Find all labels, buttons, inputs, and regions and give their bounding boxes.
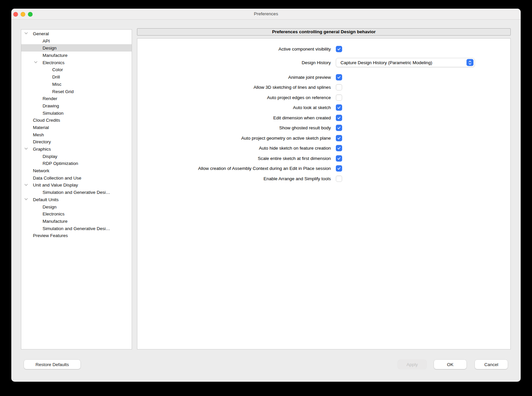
titlebar: Preferences [11, 9, 521, 20]
setting-row: Animate joint preview [137, 72, 510, 82]
sidebar-item-electronics[interactable]: Electronics [21, 59, 132, 66]
setting-row: Scale entire sketch at first dimension [137, 153, 510, 164]
settings-panel: Active component visibilityDesign Histor… [137, 38, 511, 349]
setting-label: Auto look at sketch [137, 105, 331, 110]
sidebar-item-label: Misc [52, 81, 62, 86]
sidebar-item-unit-and-value-display[interactable]: Unit and Value Display [21, 181, 132, 189]
chevron-down-icon[interactable] [24, 181, 28, 189]
sidebar-item-label: Graphics [33, 147, 51, 152]
checkbox-show-ghosted-result-body[interactable] [336, 125, 342, 131]
chevron-down-icon[interactable] [24, 30, 28, 37]
sidebar-item-design[interactable]: Design [21, 44, 132, 52]
restore-defaults-button[interactable]: Restore Defaults [24, 360, 80, 369]
sidebar-item-mesh[interactable]: Mesh [21, 131, 132, 138]
checkbox-active-component-visibility[interactable] [336, 46, 342, 52]
sidebar-item-label: Material [33, 125, 49, 130]
zoom-button[interactable] [28, 12, 33, 17]
setting-row: Auto hide sketch on feature creation [137, 143, 510, 153]
sidebar-item-rdp-optimization[interactable]: RDP Optimization [21, 160, 132, 167]
setting-label: Allow 3D sketching of lines and splines [137, 85, 331, 90]
sidebar-item-directory[interactable]: Directory [21, 138, 132, 145]
checkbox-allow-creation-of-assembly-context-during-an-edit-in-place-session[interactable] [336, 165, 342, 172]
checkbox-scale-entire-sketch-at-first-dimension[interactable] [336, 155, 342, 162]
sidebar-item-label: Default Units [33, 197, 59, 202]
setting-label: Show ghosted result body [137, 125, 331, 130]
sidebar-item-label: Drill [52, 74, 60, 79]
sidebar-item-design[interactable]: Design [21, 203, 132, 210]
checkmark-icon [337, 146, 341, 150]
sidebar-item-drawing[interactable]: Drawing [21, 102, 132, 109]
sidebar-item-simulation-and-generative-desi[interactable]: Simulation and Generative Desi… [21, 225, 132, 232]
sidebar-item-color[interactable]: Color [21, 66, 132, 73]
chevron-down-icon[interactable] [24, 145, 28, 153]
sidebar-item-drill[interactable]: Drill [21, 73, 132, 80]
sidebar-item-label: Simulation and Generative Desi… [43, 226, 110, 231]
sidebar-item-general[interactable]: General [21, 30, 132, 37]
sidebar-item-graphics[interactable]: Graphics [21, 145, 132, 153]
sidebar-item-data-collection-and-use[interactable]: Data Collection and Use [21, 174, 132, 182]
checkbox-auto-project-edges-on-reference[interactable] [336, 94, 342, 101]
sidebar-item-label: General [33, 31, 49, 36]
sidebar-item-manufacture[interactable]: Manufacture [21, 52, 132, 59]
checkbox-allow-3d-sketching-of-lines-and-splines[interactable] [336, 84, 342, 90]
checkmark-icon [337, 47, 341, 51]
setting-label: Animate joint preview [137, 75, 331, 80]
sidebar-item-label: Design [43, 46, 57, 51]
sidebar-item-label: Network [33, 168, 50, 173]
sidebar-item-label: Render [43, 96, 57, 101]
ok-button[interactable]: OK [434, 360, 466, 369]
minimize-button[interactable] [21, 12, 25, 17]
setting-label: Scale entire sketch at first dimension [137, 156, 331, 161]
sidebar-item-label: Reset Grid [52, 89, 74, 94]
checkbox-enable-arrange-and-simplify-tools[interactable] [336, 176, 342, 182]
sidebar-item-display[interactable]: Display [21, 153, 132, 160]
sidebar-item-api[interactable]: API [21, 37, 132, 45]
checkbox-auto-project-geometry-on-active-sketch-plane[interactable] [336, 135, 342, 141]
apply-button[interactable]: Apply [398, 360, 427, 369]
sidebar-item-label: API [43, 38, 50, 43]
checkbox-auto-look-at-sketch[interactable] [336, 104, 342, 111]
checkbox-edit-dimension-when-created[interactable] [336, 115, 342, 121]
sidebar-item-render[interactable]: Render [21, 95, 132, 102]
sidebar-item-reset-grid[interactable]: Reset Grid [21, 88, 132, 95]
setting-row: Auto project edges on reference [137, 92, 510, 103]
sidebar-item-label: Electronics [43, 60, 65, 65]
sidebar-item-manufacture[interactable]: Manufacture [21, 217, 132, 225]
sidebar-item-label: Cloud Credits [33, 118, 60, 123]
close-button[interactable] [13, 12, 18, 17]
sidebar-item-label: Data Collection and Use [33, 175, 81, 180]
checkmark-icon [337, 105, 341, 110]
sidebar-item-preview-features[interactable]: Preview Features [21, 232, 132, 239]
setting-label: Auto hide sketch on feature creation [137, 146, 331, 151]
checkmark-icon [337, 116, 341, 120]
checkbox-auto-hide-sketch-on-feature-creation[interactable] [336, 145, 342, 151]
setting-label: Auto project geometry on active sketch p… [137, 136, 331, 141]
sidebar-item-material[interactable]: Material [21, 124, 132, 131]
sidebar-item-label: Simulation [43, 110, 64, 115]
sidebar-item-default-units[interactable]: Default Units [21, 196, 132, 203]
sidebar-item-simulation[interactable]: Simulation [21, 109, 132, 117]
setting-row: Active component visibility [137, 44, 510, 54]
design-history-select[interactable]: Capture Design History (Parametric Model… [336, 58, 475, 67]
sidebar-item-label: Mesh [33, 132, 44, 137]
sidebar-item-label: Unit and Value Display [33, 183, 78, 188]
cancel-button[interactable]: Cancel [475, 360, 508, 369]
checkmark-icon [337, 75, 341, 79]
checkmark-icon [337, 166, 341, 171]
checkbox-animate-joint-preview[interactable] [336, 74, 342, 80]
sidebar-item-network[interactable]: Network [21, 167, 132, 174]
sidebar-item-label: Preview Features [33, 233, 68, 238]
sidebar-item-electronics[interactable]: Electronics [21, 210, 132, 217]
traffic-lights [13, 12, 33, 17]
panel-header: Preferences controlling general Design b… [137, 28, 511, 36]
sidebar-item-simulation-and-generative-desi[interactable]: Simulation and Generative Desi… [21, 189, 132, 196]
setting-row: Auto project geometry on active sketch p… [137, 133, 510, 143]
chevron-down-icon[interactable] [24, 196, 28, 203]
sidebar-item-cloud-credits[interactable]: Cloud Credits [21, 116, 132, 124]
chevron-down-icon[interactable] [34, 59, 38, 66]
sidebar-item-label: Electronics [43, 211, 65, 216]
setting-label: Enable Arrange and Simplify tools [137, 176, 331, 181]
setting-row: Auto look at sketch [137, 102, 510, 113]
setting-row: Enable Arrange and Simplify tools [137, 174, 510, 184]
sidebar-item-misc[interactable]: Misc [21, 80, 132, 88]
